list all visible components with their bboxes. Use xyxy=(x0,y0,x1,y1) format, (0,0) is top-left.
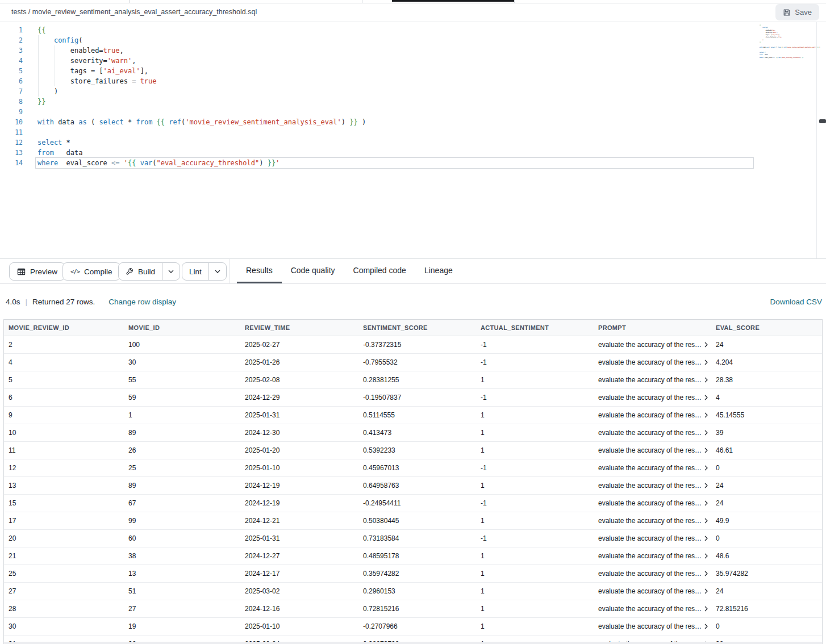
change-row-display-link[interactable]: Change row display xyxy=(109,298,176,306)
column-header: ACTUAL_SENTIMENT xyxy=(476,324,594,331)
prompt-cell: evaluate the accuracy of the res… xyxy=(594,517,711,525)
code-line[interactable]: 5 tags = ['ai_eval'], xyxy=(0,66,752,76)
code-line[interactable]: 9 xyxy=(0,107,752,117)
cell-value: 12 xyxy=(9,464,16,472)
minimap[interactable]: {{ config( enabled=true, severity='warn'… xyxy=(760,24,816,58)
column-header: REVIEW_TIME xyxy=(240,324,358,331)
table-cell: 15 xyxy=(4,499,124,507)
expand-prompt-button[interactable] xyxy=(704,483,708,488)
expand-prompt-button[interactable] xyxy=(704,500,708,506)
column-header: EVAL_SCORE xyxy=(711,324,822,331)
expand-prompt-button[interactable] xyxy=(704,571,708,576)
compile-button[interactable]: </> Compile xyxy=(62,262,120,281)
lint-dropdown-button[interactable] xyxy=(208,263,226,280)
prompt-cell: evaluate the accuracy of the res… xyxy=(594,411,711,419)
code-line[interactable]: 2 config( xyxy=(0,35,752,45)
code-line[interactable]: 10with data as ( select * from {{ ref('m… xyxy=(0,117,752,127)
table-row: 4302025-01-26-0.7955532-1evaluate the ac… xyxy=(4,354,822,371)
build-button[interactable]: Build xyxy=(119,263,162,280)
tab-lineage[interactable]: Lineage xyxy=(415,259,462,283)
expand-prompt-button[interactable] xyxy=(704,624,708,629)
code-line[interactable]: 4 severity='warn', xyxy=(0,56,752,66)
cell-value: 13 xyxy=(128,570,136,578)
cell-value: 0.45967013 xyxy=(363,464,399,472)
status-divider: | xyxy=(26,298,28,306)
table-row: 25132024-12-170.359742821evaluate the ac… xyxy=(4,565,822,583)
download-csv-link[interactable]: Download CSV xyxy=(770,298,822,306)
table-cell: 24 xyxy=(711,499,822,507)
expand-prompt-button[interactable] xyxy=(704,465,708,471)
tab-code-quality[interactable]: Code quality xyxy=(282,259,344,283)
expand-chevron-icon xyxy=(704,588,708,594)
expand-prompt-button[interactable] xyxy=(704,553,708,559)
code-line[interactable]: 14where eval_score <= '{{ var("eval_accu… xyxy=(0,158,752,168)
code-brackets-icon: </> xyxy=(70,268,80,275)
table-row: 28272024-12-160.728152161evaluate the ac… xyxy=(4,600,822,618)
table-row: 21002025-02-27-0.37372315-1evaluate the … xyxy=(4,336,822,354)
code-editor[interactable]: 1{{2 config(3 enabled=true,4 severity='w… xyxy=(0,22,826,259)
expand-chevron-icon xyxy=(704,553,708,559)
expand-prompt-button[interactable] xyxy=(704,395,708,400)
horizontal-scrollbar[interactable] xyxy=(4,642,822,644)
expand-prompt-button[interactable] xyxy=(704,342,708,348)
expand-prompt-button[interactable] xyxy=(704,606,708,612)
editor-scrollbar-thumb[interactable] xyxy=(819,119,826,123)
table-cell: 2025-03-02 xyxy=(240,587,358,595)
expand-prompt-button[interactable] xyxy=(704,412,708,418)
table-cell: 30 xyxy=(124,358,240,366)
tab-compiled-code[interactable]: Compiled code xyxy=(344,259,415,283)
build-dropdown-button[interactable] xyxy=(162,263,180,280)
code-line[interactable]: 13from data xyxy=(0,148,752,158)
table-cell: 0.5392233 xyxy=(358,446,476,454)
expand-prompt-button[interactable] xyxy=(704,377,708,383)
code-line[interactable]: 6 store_failures = true xyxy=(0,76,752,86)
cell-value: 45.14555 xyxy=(716,411,744,419)
prompt-cell: evaluate the accuracy of the res… xyxy=(594,482,711,490)
cell-value: 38 xyxy=(128,552,136,560)
preview-table-icon xyxy=(17,267,26,276)
code-line[interactable]: 7 ) xyxy=(0,86,752,97)
cell-value: -1 xyxy=(481,534,487,542)
table-cell: -1 xyxy=(476,534,594,542)
cell-value: 0.64958763 xyxy=(363,482,399,490)
line-number: 4 xyxy=(0,56,23,66)
code-line[interactable]: 8}} xyxy=(0,97,752,107)
code-line[interactable]: 11 xyxy=(0,127,752,137)
expand-chevron-icon xyxy=(704,395,708,400)
expand-prompt-button[interactable] xyxy=(704,448,708,453)
expand-chevron-icon xyxy=(704,465,708,471)
breadcrumb[interactable]: tests / movie_review_sentiment_analysis_… xyxy=(11,8,257,16)
table-cell: 0.64958763 xyxy=(358,482,476,490)
table-cell: 27 xyxy=(124,605,240,613)
code-text: {{ xyxy=(23,25,45,35)
cell-value: evaluate the accuracy of the res… xyxy=(598,341,702,349)
tab-separator xyxy=(514,0,515,3)
table-cell: 6 xyxy=(4,394,124,402)
lint-button[interactable]: Lint xyxy=(182,263,208,280)
cell-value: 2025-01-20 xyxy=(245,446,279,454)
table-cell: 5 xyxy=(4,376,124,384)
table-cell: 0.45967013 xyxy=(358,464,476,472)
code-text: ) xyxy=(23,86,58,97)
code-line[interactable]: 1{{ xyxy=(0,25,752,35)
expand-prompt-button[interactable] xyxy=(704,430,708,436)
tab-results[interactable]: Results xyxy=(237,259,282,283)
expand-prompt-button[interactable] xyxy=(704,536,708,541)
cell-value: 49.9 xyxy=(716,517,729,525)
expand-prompt-button[interactable] xyxy=(704,588,708,594)
table-cell: -0.2707966 xyxy=(358,622,476,630)
code-line[interactable]: 12select * xyxy=(0,137,752,148)
expand-prompt-button[interactable] xyxy=(704,359,708,365)
expand-prompt-button[interactable] xyxy=(704,518,708,524)
save-button[interactable]: Save xyxy=(775,4,819,20)
cell-value: -0.2707966 xyxy=(363,622,398,630)
cell-value: 46.61 xyxy=(716,446,733,454)
cell-value: 2024-12-29 xyxy=(245,394,279,402)
code-line[interactable]: 3 enabled=true, xyxy=(0,45,752,56)
cell-value: 2 xyxy=(9,341,12,349)
chevron-down-icon xyxy=(215,270,220,273)
column-header: SENTIMENT_SCORE xyxy=(358,324,476,331)
preview-button[interactable]: Preview xyxy=(9,262,65,281)
table-cell: 2025-01-26 xyxy=(240,358,358,366)
table-cell: 25 xyxy=(124,464,240,472)
